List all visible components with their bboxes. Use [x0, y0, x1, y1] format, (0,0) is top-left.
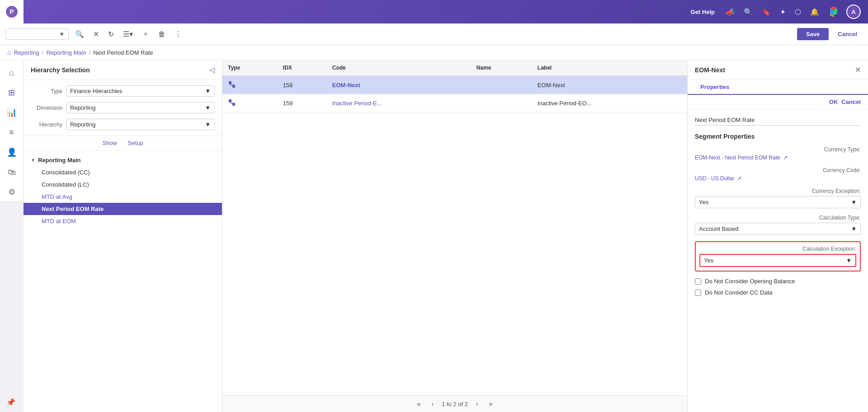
user-avatar[interactable]: A — [846, 5, 861, 19]
hierarchy-panel-title: Hierarchy Selection — [31, 66, 90, 74]
tree-toggle-icon: ▼ — [31, 158, 35, 163]
show-link[interactable]: Show — [102, 140, 117, 146]
cc-data-checkbox[interactable] — [695, 290, 701, 296]
panel-close-button[interactable]: ✕ — [855, 66, 861, 74]
nav-report-icon[interactable]: ≡ — [3, 123, 21, 141]
grid-table: Type IDX Code Name Label 15 — [222, 60, 687, 395]
calculation-exception-label: Calculation Exception: — [699, 246, 856, 252]
breadcrumb-reporting[interactable]: Reporting — [14, 49, 39, 56]
list-toolbar-button[interactable]: ☰▾ — [120, 28, 136, 40]
grid-area: Type IDX Code Name Label 15 — [222, 60, 687, 412]
bookmark-icon[interactable]: 🔖 — [760, 6, 773, 18]
table-row[interactable]: 158 EOM-Next EOM-Next — [222, 76, 687, 94]
nav-bag-icon[interactable]: 🛍 — [3, 163, 21, 181]
opening-balance-checkbox[interactable] — [695, 278, 701, 285]
panel-cancel-button[interactable]: Cancel — [841, 98, 861, 105]
megaphone-icon[interactable]: 📣 — [724, 6, 736, 18]
app-logo[interactable]: P — [5, 5, 18, 18]
breadcrumb-reporting-main[interactable]: Reporting Main — [46, 49, 86, 56]
calculation-type-select[interactable]: Account Based ▼ — [695, 223, 861, 235]
tree-parent-item[interactable]: ▼ Reporting Main — [24, 154, 222, 166]
panel-name-input[interactable] — [695, 115, 861, 126]
pagination-last[interactable]: » — [486, 399, 495, 408]
external-link-icon[interactable]: ↗ — [783, 154, 788, 161]
currency-type-value[interactable]: EOM-Next - Next Period EOM Rate ↗ — [695, 154, 861, 161]
search-icon[interactable]: 🔍 — [742, 6, 755, 18]
col-type: Type — [222, 60, 278, 76]
tree-child-mtd-avg[interactable]: MTD at Avg — [24, 191, 222, 203]
tree-parent-label: Reporting Main — [38, 157, 81, 164]
nav-settings-icon[interactable]: ⚙ — [3, 183, 21, 201]
cc-data-label[interactable]: Do Not Consider CC Data — [705, 289, 773, 296]
external-link-icon2[interactable]: ↗ — [737, 175, 741, 182]
nav-person-icon[interactable]: 👤 — [3, 143, 21, 161]
currency-code-label: Currency Code: — [695, 167, 861, 173]
svg-rect-6 — [229, 99, 231, 102]
hierarchy-panel: Hierarchy Selection ◁ Type Finance Hiera… — [24, 60, 222, 412]
calculation-exception-select[interactable]: Yes ▼ — [699, 254, 856, 267]
grid-footer: « ‹ 1 to 2 of 2 › » — [222, 395, 687, 412]
properties-tab[interactable]: Properties — [695, 80, 735, 95]
tree-item-label: Next Period EOM Rate — [42, 206, 104, 212]
panel-ok-button[interactable]: OK — [829, 98, 838, 105]
pagination-next[interactable]: › — [473, 399, 481, 408]
search-toolbar-button[interactable]: 🔍 — [72, 28, 87, 40]
compass-icon[interactable]: ✦ — [778, 6, 788, 18]
bell-icon[interactable]: 🔔 — [808, 6, 821, 18]
calculation-type-label: Calculation Type: — [695, 215, 861, 221]
box-icon[interactable]: ⬡ — [793, 6, 803, 18]
cell-type — [222, 76, 278, 94]
breadcrumb-sep2: / — [89, 49, 91, 56]
get-help-button[interactable]: Get Help — [687, 7, 718, 17]
cell-label: Inactive Period-EO... — [532, 94, 687, 112]
col-idx: IDX — [278, 60, 327, 76]
hierarchy-collapse-button[interactable]: ◁ — [209, 66, 215, 74]
opening-balance-label[interactable]: Do Not Consider Opening Balance — [705, 278, 795, 285]
properties-panel: EOM-Next ✕ Properties OK Cancel Segment … — [687, 60, 868, 412]
hierarchy-label: Hierarchy — [31, 122, 62, 128]
currency-code-value[interactable]: USD - US Dollar ↗ — [695, 175, 861, 182]
cell-code: Inactive Period-E... — [327, 94, 471, 112]
dimension-select[interactable]: Reporting ▼ — [66, 102, 215, 113]
cancel-button[interactable]: Cancel — [832, 28, 863, 40]
breadcrumb-sep1: / — [42, 49, 44, 56]
panel-title: EOM-Next — [695, 66, 725, 74]
calculation-exception-group: Calculation Exception: Yes ▼ — [695, 241, 861, 272]
add-toolbar-button[interactable]: ＋ — [139, 28, 152, 41]
hierarchy-tree: ▼ Reporting Main Consolidated (CC) Conso… — [24, 150, 222, 412]
row-type-icon — [228, 101, 236, 108]
pin-icon[interactable]: 📌 — [6, 398, 15, 407]
svg-text:P: P — [9, 8, 14, 15]
table-row[interactable]: 159 Inactive Period-E... Inactive Period… — [222, 94, 687, 112]
hierarchy-select[interactable]: Reporting ▼ — [66, 119, 215, 130]
type-select[interactable]: Finance Hierarchies ▼ — [66, 85, 215, 97]
pagination-first[interactable]: « — [415, 399, 424, 408]
cc-data-row: Do Not Consider CC Data — [695, 289, 861, 296]
record-selector[interactable]: ▼ — [5, 28, 69, 40]
more-toolbar-button[interactable]: ⋮ — [172, 28, 184, 40]
save-button[interactable]: Save — [797, 28, 829, 40]
delete-toolbar-button[interactable]: 🗑 — [156, 28, 168, 40]
setup-link[interactable]: Setup — [128, 140, 143, 146]
tree-child-consolidated-lc[interactable]: Consolidated (LC) — [24, 178, 222, 191]
refresh-toolbar-button[interactable]: ↻ — [105, 28, 117, 40]
tree-child-consolidated-cc[interactable]: Consolidated (CC) — [24, 166, 222, 178]
cell-idx: 158 — [278, 76, 327, 94]
tree-child-next-period-eom[interactable]: Next Period EOM Rate — [24, 203, 222, 215]
nav-chart-icon[interactable]: 📊 — [3, 103, 21, 122]
nav-home-icon[interactable]: ⌂ — [3, 64, 21, 82]
dimension-label: Dimension — [31, 105, 62, 111]
currency-exception-select[interactable]: Yes ▼ — [695, 196, 861, 208]
cell-label: EOM-Next — [532, 76, 687, 94]
segment-props-title: Segment Properties — [695, 133, 861, 140]
colorful-logo[interactable] — [826, 5, 841, 19]
tree-child-mtd-eom[interactable]: MTD at EOM — [24, 215, 222, 227]
pagination-prev[interactable]: ‹ — [429, 399, 436, 408]
cell-code: EOM-Next — [327, 76, 471, 94]
nav-grid-icon[interactable]: ⊞ — [3, 84, 21, 102]
currency-exception-value: Yes — [699, 199, 708, 206]
cell-name — [471, 76, 532, 94]
chevron-down-icon: ▼ — [851, 199, 857, 206]
close-toolbar-button[interactable]: ✕ — [90, 28, 102, 40]
panel-body: Segment Properties Currency Type: EOM-Ne… — [688, 109, 868, 412]
